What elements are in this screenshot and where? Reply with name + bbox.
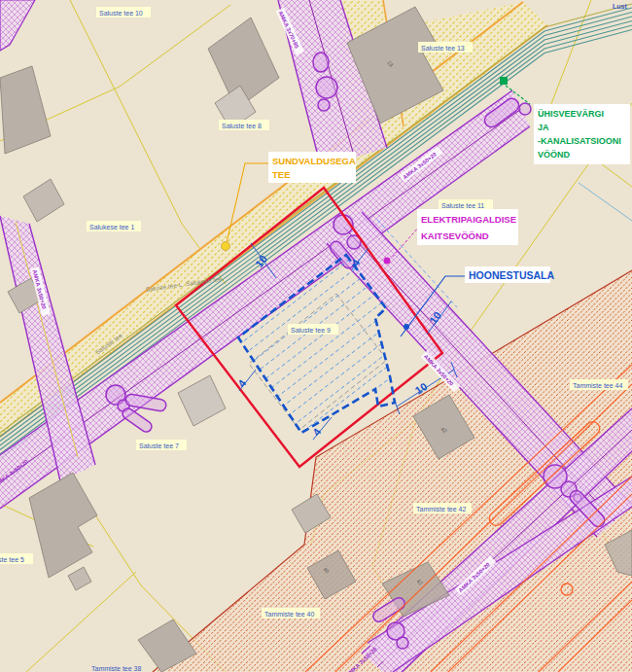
address-salukese-1: Salukese tee 1 (89, 224, 134, 230)
vk-line4: VÖÖND (538, 150, 571, 159)
address-edge-top-right: Lust (613, 3, 627, 10)
annotation-hoonestusala: HOONESTUSALA (465, 266, 555, 283)
sundvaldusega-line2: TEE (272, 169, 290, 180)
address-saluste-13: Saluste tee 13 (421, 45, 465, 52)
address-saluste-8: Saluste tee 8 (222, 123, 262, 129)
address-tammiste-38: Tammiste tee 38 (91, 665, 141, 672)
annotation-sundvaldusega-tee: SUNDVALDUSEGA TEE (268, 152, 356, 183)
hoonestusala-label: HOONESTUSALA (469, 269, 555, 281)
vk-line2: JA (538, 123, 549, 132)
sundvaldusega-line1: SUNDVALDUSEGA (272, 156, 356, 166)
elektri-line2: KAITSEVÖÖND (421, 230, 489, 241)
annotation-yhisveevargi-voond: ÜHISVEEVÄRGI JA -KANALISATSIOONI VÖÖND (534, 104, 630, 164)
magenta-point-marker (384, 258, 391, 265)
address-saluste-11: Saluste tee 11 (441, 202, 484, 209)
green-point-marker (500, 77, 508, 85)
address-saluste-10: Saluste tee 10 (99, 10, 143, 17)
plan-map-canvas[interactable]: 13 42 40 42 (0, 0, 632, 672)
annotation-elektripaigaldise-kaitsevoond: ELEKTRIPAIGALDISE KAITSEVÖÖND (417, 209, 518, 245)
address-saluste-5: Saluste tee 5 (0, 556, 24, 563)
address-tammiste-40: Tammiste tee 40 (264, 611, 314, 618)
address-tammiste-44: Tammiste tee 44 (573, 382, 622, 389)
address-saluste-9: Saluste tee 9 (291, 327, 331, 334)
vk-line1: ÜHISVEEVÄRGI (538, 109, 604, 119)
elektri-line1: ELEKTRIPAIGALDISE (421, 214, 516, 225)
address-tammiste-42: Tammiste tee 42 (416, 506, 466, 513)
vk-line3: -KANALISATSIOONI (538, 136, 621, 146)
address-saluste-7: Saluste tee 7 (139, 442, 179, 449)
yellow-point-marker (222, 242, 230, 251)
detail-plan-drawing: 13 42 40 42 (0, 0, 632, 672)
